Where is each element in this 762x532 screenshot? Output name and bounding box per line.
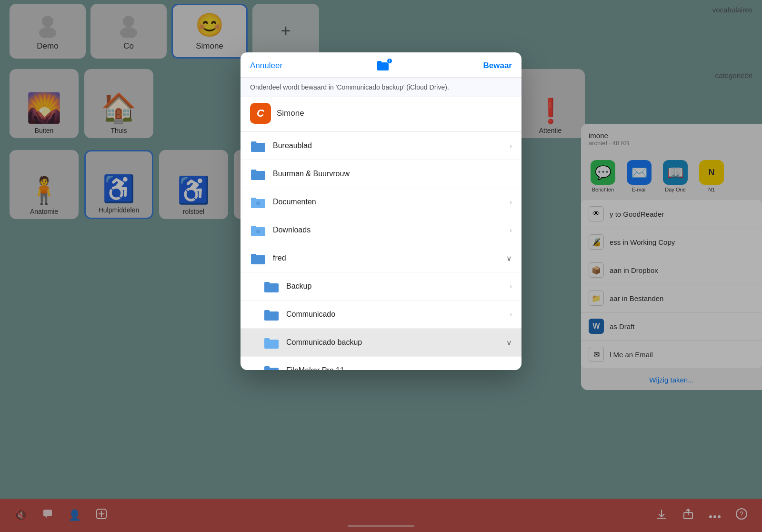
current-item-name: Simone xyxy=(277,109,304,118)
folder-item-filemaker[interactable]: FileMaker Pro 11 › xyxy=(241,357,521,370)
save-dialog: Annuleer i Bewaar Onderdeel wordt bewaar… xyxy=(241,52,521,370)
svg-point-5 xyxy=(256,230,260,233)
filemaker-name: FileMaker Pro 11 xyxy=(286,366,503,370)
fred-folder-icon xyxy=(250,251,266,265)
backup-chevron: › xyxy=(510,282,512,290)
folder-item-bureaublad[interactable]: Bureaublad › xyxy=(241,132,521,160)
folder-item-fred[interactable]: fred ∨ xyxy=(241,244,521,272)
folder-list: Bureaublad › Buurman & Buurvrouw Documen… xyxy=(241,132,521,370)
cancel-button[interactable]: Annuleer xyxy=(250,61,282,70)
folder-item-downloads[interactable]: Downloads › xyxy=(241,216,521,244)
dialog-title-area: i xyxy=(376,60,390,71)
dialog-info-text: Onderdeel wordt bewaard in 'Communicado … xyxy=(241,78,521,97)
communicado-backup-name: Communicado backup xyxy=(286,338,500,347)
downloads-chevron: › xyxy=(510,226,512,234)
downloads-name: Downloads xyxy=(273,226,503,234)
documenten-folder-icon xyxy=(250,195,266,209)
documenten-chevron: › xyxy=(510,198,512,206)
communicado-app-icon: C xyxy=(250,103,271,124)
documenten-name: Documenten xyxy=(273,198,503,206)
filemaker-chevron: › xyxy=(510,367,512,370)
save-button[interactable]: Bewaar xyxy=(483,61,512,70)
dialog-header: Annuleer i Bewaar xyxy=(241,52,521,78)
folder-item-backup[interactable]: Backup › xyxy=(241,272,521,301)
bureaublad-chevron: › xyxy=(510,142,512,150)
backup-folder-icon xyxy=(263,279,280,293)
dialog-current-item: C Simone xyxy=(241,97,521,132)
fred-expand: ∨ xyxy=(506,254,512,263)
downloads-folder-icon xyxy=(250,223,266,237)
folder-item-communicado[interactable]: Communicado › xyxy=(241,301,521,329)
communicado-chevron: › xyxy=(510,311,512,318)
buurman-folder-icon xyxy=(250,167,266,181)
communicado-folder-name: Communicado xyxy=(286,310,503,319)
folder-item-communicado-backup[interactable]: Communicado backup ∨ xyxy=(241,329,521,357)
folder-badge: i xyxy=(387,58,392,64)
bureaublad-name: Bureaublad xyxy=(273,141,503,150)
folder-item-buurman[interactable]: Buurman & Buurvrouw xyxy=(241,160,521,188)
svg-point-4 xyxy=(256,201,260,205)
bureaublad-folder-icon xyxy=(250,139,266,153)
communicado-backup-folder-icon xyxy=(263,335,280,350)
backup-name: Backup xyxy=(286,282,503,291)
communicado-folder-icon xyxy=(263,307,280,321)
fred-name: fred xyxy=(273,254,500,262)
buurman-name: Buurman & Buurvrouw xyxy=(273,170,512,178)
filemaker-folder-icon xyxy=(263,363,280,370)
communicado-backup-expand: ∨ xyxy=(506,338,512,347)
folder-item-documenten[interactable]: Documenten › xyxy=(241,188,521,216)
folder-badge-icon: i xyxy=(376,60,390,71)
